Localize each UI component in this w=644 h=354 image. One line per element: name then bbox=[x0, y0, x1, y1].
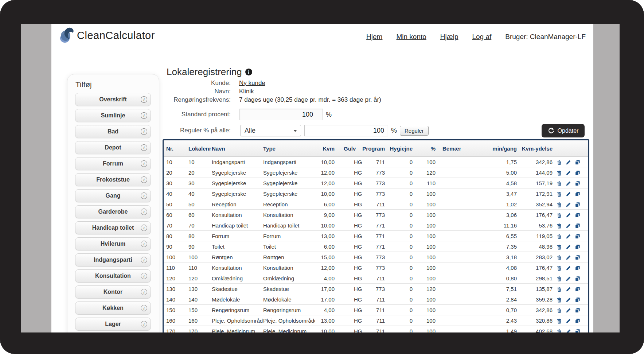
copy-icon[interactable] bbox=[575, 308, 580, 313]
info-icon[interactable]: i bbox=[141, 241, 147, 247]
copy-icon[interactable] bbox=[575, 160, 580, 165]
edit-icon[interactable] bbox=[566, 276, 571, 281]
edit-icon[interactable] bbox=[566, 319, 571, 323]
sidebar-button-kontor[interactable]: Kontori bbox=[75, 285, 151, 299]
delete-icon[interactable] bbox=[557, 223, 562, 229]
info-icon[interactable]: i bbox=[141, 225, 147, 231]
sidebar-button-lager[interactable]: Lageri bbox=[75, 318, 151, 331]
cell: 110 bbox=[164, 262, 188, 273]
copy-icon[interactable] bbox=[575, 192, 580, 197]
info-icon[interactable]: i bbox=[141, 192, 147, 199]
cell: Sygeplejerske bbox=[263, 178, 315, 188]
edit-icon[interactable] bbox=[566, 223, 571, 228]
delete-icon[interactable] bbox=[557, 329, 562, 332]
edit-icon[interactable] bbox=[566, 308, 571, 313]
sidebar-button-garderobe[interactable]: Garderobei bbox=[75, 205, 151, 218]
standard-procent-input[interactable] bbox=[239, 109, 323, 120]
sidebar-button-frokoststue[interactable]: Frokoststuei bbox=[75, 173, 151, 186]
copy-icon[interactable] bbox=[575, 255, 580, 260]
cell: Forrum bbox=[263, 231, 315, 241]
edit-icon[interactable] bbox=[566, 160, 571, 165]
copy-icon[interactable] bbox=[575, 319, 580, 323]
edit-icon[interactable] bbox=[566, 287, 571, 292]
copy-icon[interactable] bbox=[575, 213, 580, 218]
copy-icon[interactable] bbox=[575, 202, 580, 207]
delete-icon[interactable] bbox=[557, 297, 562, 303]
info-icon[interactable]: i bbox=[141, 144, 147, 151]
edit-icon[interactable] bbox=[566, 329, 571, 332]
nav-link-hjælp[interactable]: Hjælp bbox=[440, 33, 458, 41]
info-icon[interactable]: i bbox=[141, 160, 147, 167]
info-icon[interactable]: i bbox=[141, 305, 147, 311]
delete-icon[interactable] bbox=[557, 255, 562, 260]
edit-icon[interactable] bbox=[566, 297, 571, 302]
info-icon[interactable]: i bbox=[141, 176, 147, 183]
copy-icon[interactable] bbox=[575, 287, 580, 292]
cell: 9,00 bbox=[315, 210, 336, 220]
edit-icon[interactable] bbox=[566, 245, 571, 249]
edit-icon[interactable] bbox=[566, 213, 571, 218]
edit-icon[interactable] bbox=[566, 181, 571, 186]
cell: 298,51 bbox=[518, 273, 553, 284]
edit-icon[interactable] bbox=[566, 192, 571, 197]
cell: 130 bbox=[164, 284, 188, 294]
sidebar-button-forrum[interactable]: Forrumi bbox=[75, 157, 151, 170]
edit-icon[interactable] bbox=[566, 171, 571, 175]
delete-icon[interactable] bbox=[557, 181, 562, 186]
copy-icon[interactable] bbox=[575, 171, 580, 175]
sidebar-button-indgangsparti[interactable]: Indgangspartii bbox=[75, 253, 151, 267]
sidebar-button-depot[interactable]: Depoti bbox=[75, 141, 151, 154]
cell: 1,02 bbox=[461, 199, 518, 210]
copy-icon[interactable] bbox=[575, 329, 580, 332]
cell: 100 bbox=[413, 273, 438, 284]
sidebar-button-køkken[interactable]: Køkkeni bbox=[75, 302, 151, 315]
delete-icon[interactable] bbox=[557, 245, 562, 250]
ny-kunde-link[interactable]: Ny kunde bbox=[239, 79, 265, 87]
delete-icon[interactable] bbox=[557, 287, 562, 292]
opdater-button[interactable]: Opdater bbox=[542, 124, 585, 137]
info-label: Navn: bbox=[51, 88, 231, 95]
copy-icon[interactable] bbox=[575, 181, 580, 186]
copy-icon[interactable] bbox=[575, 297, 580, 302]
info-icon[interactable]: i bbox=[141, 273, 147, 279]
info-icon[interactable]: i bbox=[141, 209, 147, 215]
reguler-scope-select[interactable]: Alle bbox=[240, 125, 301, 136]
delete-icon[interactable] bbox=[557, 213, 562, 218]
sidebar-button-gang[interactable]: Gangi bbox=[75, 189, 151, 202]
copy-icon[interactable] bbox=[575, 223, 580, 228]
delete-icon[interactable] bbox=[557, 234, 562, 239]
delete-icon[interactable] bbox=[557, 319, 562, 324]
nav-link-min-konto[interactable]: Min konto bbox=[396, 33, 426, 41]
edit-icon[interactable] bbox=[566, 202, 571, 207]
info-icon[interactable]: i bbox=[141, 289, 147, 295]
info-icon[interactable]: i bbox=[141, 321, 147, 327]
logo-icon bbox=[59, 27, 75, 44]
copy-icon[interactable] bbox=[575, 266, 580, 271]
delete-icon[interactable] bbox=[557, 192, 562, 197]
delete-icon[interactable] bbox=[557, 266, 562, 271]
reguler-procent-input[interactable] bbox=[304, 125, 388, 136]
reguler-button[interactable]: Reguler bbox=[400, 126, 429, 136]
info-icon[interactable]: i bbox=[245, 69, 252, 75]
delete-icon[interactable] bbox=[557, 202, 562, 207]
standard-procent-label: Standard procent: bbox=[51, 108, 231, 121]
edit-icon[interactable] bbox=[566, 255, 571, 260]
delete-icon[interactable] bbox=[557, 171, 562, 176]
edit-icon[interactable] bbox=[566, 234, 571, 239]
cell: Rengøringsrum bbox=[263, 305, 315, 315]
nav-link-log-af[interactable]: Log af bbox=[472, 33, 491, 41]
delete-icon[interactable] bbox=[557, 308, 562, 313]
delete-icon[interactable] bbox=[557, 160, 562, 165]
edit-icon[interactable] bbox=[566, 266, 571, 271]
nav-link-hjem[interactable]: Hjem bbox=[366, 33, 382, 41]
delete-icon[interactable] bbox=[557, 276, 562, 281]
cell: 53,76 bbox=[518, 220, 553, 231]
sidebar-button-handicap-toilet[interactable]: Handicap toileti bbox=[75, 221, 151, 234]
copy-icon[interactable] bbox=[575, 276, 580, 281]
copy-icon[interactable] bbox=[575, 245, 580, 249]
copy-icon[interactable] bbox=[575, 234, 580, 239]
sidebar-button-konsultation[interactable]: Konsultationi bbox=[75, 269, 151, 283]
sidebar-button-hvilerum[interactable]: Hvilerumi bbox=[75, 237, 151, 250]
info-icon[interactable]: i bbox=[141, 257, 147, 263]
row-actions bbox=[553, 326, 588, 333]
